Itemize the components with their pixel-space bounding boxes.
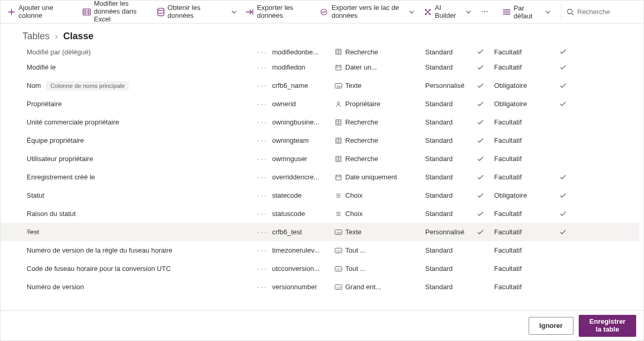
table-row[interactable]: Modifié le· · ·modifiedonDater un...Stan… xyxy=(1,58,639,76)
column-required: Facultatif xyxy=(494,265,553,272)
row-menu-button[interactable]: · · · xyxy=(251,191,272,199)
search-box[interactable] xyxy=(561,4,639,20)
view-switcher-label: Par défaut xyxy=(513,4,542,20)
date-icon xyxy=(335,64,342,71)
table-row[interactable]: Propriétaire· · ·owneridPropriétaireStan… xyxy=(1,95,639,113)
ai-builder-icon xyxy=(424,8,432,16)
column-customizable xyxy=(467,101,494,107)
export-lake-label: Exporter vers le lac de données xyxy=(332,4,400,20)
table-row[interactable]: Numéro de version de la règle du fuseau … xyxy=(1,241,639,259)
cancel-button[interactable]: Ignorer xyxy=(529,317,573,335)
data-type-label: Recherche xyxy=(345,48,378,56)
edit-excel-button[interactable]: Modifier les données dans Excel xyxy=(79,2,151,22)
svg-text:Abc: Abc xyxy=(336,231,342,234)
column-managed: Standard xyxy=(425,246,467,254)
column-display-name: Numéro de version xyxy=(27,283,251,291)
column-customizable xyxy=(467,193,494,198)
column-searchable xyxy=(553,175,573,180)
table-row[interactable]: Enregistrement créé le· · ·overriddencre… xyxy=(1,168,639,186)
column-schema-name: utcconversion... xyxy=(272,265,335,272)
row-menu-button[interactable]: · · · xyxy=(251,228,272,236)
column-schema-name: crfb6_name xyxy=(272,82,335,89)
cancel-button-label: Ignorer xyxy=(540,322,563,329)
column-schema-name: owningteam xyxy=(272,137,335,144)
export-lake-button[interactable]: Exporter vers le lac de données xyxy=(317,2,403,22)
row-menu-button[interactable]: · · · xyxy=(251,246,272,254)
view-switcher-button[interactable]: Par défaut xyxy=(498,4,556,20)
display-name-text: Statut xyxy=(27,191,44,199)
table-row[interactable]: Code de fuseau horaire pour la conversio… xyxy=(1,259,639,278)
lake-icon xyxy=(320,8,329,16)
table-row[interactable]: Unité commerciale propriétaire· · ·ownin… xyxy=(1,113,639,131)
check-icon xyxy=(477,83,484,88)
column-data-type: Choix xyxy=(335,210,425,218)
row-menu-button[interactable]: · · · xyxy=(251,82,272,89)
lookup-icon xyxy=(335,137,342,144)
get-data-button[interactable]: Obtenir les données xyxy=(154,2,225,22)
display-name-text: Utilisateur propriétaire xyxy=(27,155,93,163)
table-row[interactable]: Utilisateur propriétaire· · ·owmnguserRe… xyxy=(1,150,639,168)
data-type-label: Choix xyxy=(345,191,362,199)
export-icon xyxy=(245,8,254,16)
check-icon xyxy=(477,49,484,54)
export-data-button[interactable]: Exporter les données xyxy=(242,2,314,22)
column-display-name: Enregistrement créé le xyxy=(27,173,251,181)
table-row[interactable]: Raison du statut· · ·statuscodeChoixStan… xyxy=(1,204,639,223)
check-icon xyxy=(477,175,484,180)
column-managed: Standard xyxy=(425,100,467,108)
number-icon: 123 xyxy=(335,247,342,254)
row-menu-button[interactable]: · · · xyxy=(251,100,272,108)
table-row[interactable]: Numéro de version· · ·versionnumber123Gr… xyxy=(1,278,639,296)
row-menu-button[interactable]: · · · xyxy=(251,137,272,144)
column-schema-name: owmnguser xyxy=(272,155,335,163)
row-menu-button[interactable]: · · · xyxy=(251,155,272,163)
check-icon xyxy=(560,211,566,217)
get-data-chevron[interactable] xyxy=(228,5,239,19)
save-table-button-label: Enregistrer la table xyxy=(587,318,628,333)
row-menu-button[interactable]: · · · xyxy=(251,118,272,126)
svg-point-7 xyxy=(568,9,572,14)
add-column-label: Ajouter une colonne xyxy=(18,4,73,20)
data-type-label: Choix xyxy=(345,210,362,218)
table-row[interactable]: Modifié par (délégué)· · ·modifiedonbe..… xyxy=(1,46,639,58)
export-data-label: Exporter les données xyxy=(257,4,311,20)
row-menu-button[interactable]: · · · xyxy=(251,265,272,272)
column-data-type: AbcTexte xyxy=(335,228,425,236)
column-required: Facultatif xyxy=(494,246,553,254)
svg-text:123: 123 xyxy=(336,249,341,252)
column-customizable xyxy=(467,230,494,235)
check-icon xyxy=(560,175,566,180)
display-name-text: Propriétaire xyxy=(27,100,62,108)
table-row[interactable]: Test· · ·crfb6_testAbcTextePersonnaliséF… xyxy=(1,223,639,241)
save-table-button[interactable]: Enregistrer la table xyxy=(579,315,636,337)
ai-builder-chevron xyxy=(465,5,472,19)
columns-table: Modifié par (délégué)· · ·modifiedonbe..… xyxy=(1,46,639,308)
column-data-type: Date uniquement xyxy=(335,173,425,181)
table-row[interactable]: Statut· · ·statecodeChoixStandardObligat… xyxy=(1,186,639,204)
svg-text:123: 123 xyxy=(336,286,341,289)
column-data-type: 123Tout ... xyxy=(335,265,425,272)
column-required: Obligatoire xyxy=(494,100,553,108)
search-input[interactable] xyxy=(577,8,624,16)
lookup-icon xyxy=(335,119,342,126)
table-row[interactable]: Équipe propriétaire· · ·owningteamRecher… xyxy=(1,131,639,150)
check-icon xyxy=(477,211,484,217)
overflow-menu-button[interactable]: ··· xyxy=(478,2,491,22)
ai-builder-button[interactable]: AI Builder xyxy=(420,2,475,22)
table-row[interactable]: NomColonne de noms principale· · ·crfb6_… xyxy=(1,76,639,95)
row-menu-button[interactable]: · · · xyxy=(251,48,272,56)
ai-builder-label: AI Builder xyxy=(435,4,462,20)
export-lake-chevron[interactable] xyxy=(406,5,417,19)
check-icon xyxy=(560,101,566,107)
add-column-button[interactable]: Ajouter une colonne xyxy=(5,2,76,22)
data-type-label: Texte xyxy=(345,228,361,236)
row-menu-button[interactable]: · · · xyxy=(251,210,272,218)
row-menu-button[interactable]: · · · xyxy=(251,63,272,71)
column-customizable xyxy=(467,211,494,217)
row-menu-button[interactable]: · · · xyxy=(251,283,272,291)
column-schema-name: modifiedonbe... xyxy=(272,48,335,56)
column-searchable xyxy=(553,193,573,198)
breadcrumb-root[interactable]: Tables xyxy=(22,31,50,42)
row-menu-button[interactable]: · · · xyxy=(251,173,272,181)
column-managed: Standard xyxy=(425,118,467,126)
